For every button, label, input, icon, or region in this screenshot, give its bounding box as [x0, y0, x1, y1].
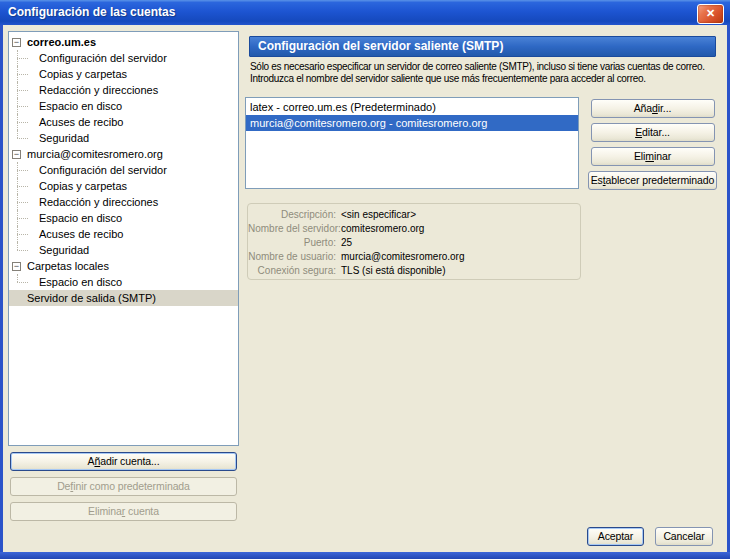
cancel-button[interactable]: Cancelar: [655, 527, 713, 546]
detail-row: Nombre del servidor:comitesromero.org: [248, 222, 580, 236]
window-title: Configuración de las cuentas: [8, 0, 175, 25]
detail-row: Puerto:25: [248, 236, 580, 250]
smtp-details-group: Descripción:<sin especificar>Nombre del …: [247, 203, 581, 280]
tree-item-correo-um-es[interactable]: −correo.um.es: [9, 34, 238, 50]
remove-account-button[interactable]: Eliminar cuenta: [10, 502, 237, 521]
detail-label: Nombre del servidor:: [248, 222, 336, 236]
tree-item-label: murcia@comitesromero.org: [27, 148, 163, 160]
smtp-actions-group: Añadir...Editar...EliminarEstablecer pre…: [588, 99, 717, 195]
tree-item-label: Redacción y direcciones: [39, 196, 158, 208]
detail-value: comitesromero.org: [341, 222, 424, 236]
tree-item-correo-um-es-acuses-de-recibo[interactable]: Acuses de recibo: [9, 114, 238, 130]
tree-item-correo-um-es-redacci-n-y-direcciones[interactable]: Redacción y direcciones: [9, 82, 238, 98]
tree-item-murcia-comitesromero-org-acuses-de-recibo[interactable]: Acuses de recibo: [9, 226, 238, 242]
tree-item-murcia-comitesromero-org-espacio-en-disco[interactable]: Espacio en disco: [9, 210, 238, 226]
tree-item-label: Copias y carpetas: [39, 68, 127, 80]
detail-value: 25: [341, 236, 352, 250]
accept-button[interactable]: Aceptar: [587, 527, 644, 546]
tree-item-label: Acuses de recibo: [39, 116, 123, 128]
detail-row: Nombre de usuario:murcia@comitesromero.o…: [248, 250, 580, 264]
tree-item-label: Servidor de salida (SMTP): [27, 292, 156, 304]
detail-label: Nombre de usuario:: [248, 250, 336, 264]
detail-value: murcia@comitesromero.org: [341, 250, 465, 264]
smtp-server-row[interactable]: latex - correo.um.es (Predeterminado): [246, 99, 578, 115]
smtp-intro-text: Sólo es necesario especificar un servido…: [250, 61, 722, 85]
detail-label: Conexión segura:: [248, 264, 336, 278]
edit-smtp-button[interactable]: Editar...: [591, 123, 715, 142]
set-default-account-button[interactable]: Definir como predeterminada: [10, 477, 237, 496]
window-border-left: [0, 0, 3, 559]
tree-item-murcia-comitesromero-org-redacci-n-y-direcciones[interactable]: Redacción y direcciones: [9, 194, 238, 210]
delete-smtp-button[interactable]: Eliminar: [591, 147, 715, 166]
tree-item-label: Seguridad: [39, 132, 89, 144]
tree-item-label: Copias y carpetas: [39, 180, 127, 192]
smtp-intro-line2: Introduzca el nombre del servidor salien…: [250, 73, 722, 85]
tree-item-label: Espacio en disco: [39, 100, 122, 112]
detail-label: Puerto:: [248, 236, 336, 250]
tree-item-label: Redacción y direcciones: [39, 84, 158, 96]
tree-item-correo-um-es-configuraci-n-del-servidor[interactable]: Configuración del servidor: [9, 50, 238, 66]
tree-item-label: Acuses de recibo: [39, 228, 123, 240]
close-icon[interactable]: ✕: [697, 4, 724, 24]
tree-item-carpetas-locales[interactable]: −Carpetas locales: [9, 258, 238, 274]
tree-item-label: Espacio en disco: [39, 276, 122, 288]
tree-item-label: Seguridad: [39, 244, 89, 256]
smtp-server-row[interactable]: murcia@comitesromero.org - comitesromero…: [246, 115, 578, 131]
tree-item-murcia-comitesromero-org[interactable]: −murcia@comitesromero.org: [9, 146, 238, 162]
tree-item-servidor-de-salida-smtp[interactable]: Servidor de salida (SMTP): [9, 290, 238, 306]
tree-item-label: Configuración del servidor: [39, 52, 167, 64]
add-smtp-button[interactable]: Añadir...: [591, 99, 715, 118]
tree-item-murcia-comitesromero-org-configuraci-n-del-servidor[interactable]: Configuración del servidor: [9, 162, 238, 178]
detail-label: Descripción:: [248, 208, 336, 222]
detail-row: Conexión segura:TLS (si está disponible): [248, 264, 580, 278]
tree-item-murcia-comitesromero-org-copias-y-carpetas[interactable]: Copias y carpetas: [9, 178, 238, 194]
tree-item-correo-um-es-espacio-en-disco[interactable]: Espacio en disco: [9, 98, 238, 114]
tree-expander-minus-icon[interactable]: −: [12, 262, 21, 271]
page-title: Configuración del servidor saliente (SMT…: [249, 36, 716, 57]
detail-value: <sin especificar>: [341, 208, 416, 222]
window-border-bottom: [0, 552, 730, 559]
titlebar[interactable]: Configuración de las cuentas ✕: [0, 0, 730, 25]
tree-item-murcia-comitesromero-org-seguridad[interactable]: Seguridad: [9, 242, 238, 258]
detail-row: Descripción:<sin especificar>: [248, 208, 580, 222]
smtp-server-list[interactable]: latex - correo.um.es (Predeterminado)mur…: [245, 97, 579, 189]
tree-item-label: correo.um.es: [27, 36, 96, 48]
account-settings-dialog: Configuración de las cuentas ✕ −correo.u…: [0, 0, 730, 559]
tree-item-correo-um-es-seguridad[interactable]: Seguridad: [9, 130, 238, 146]
tree-item-correo-um-es-copias-y-carpetas[interactable]: Copias y carpetas: [9, 66, 238, 82]
tree-expander-minus-icon[interactable]: −: [12, 38, 21, 47]
detail-value: TLS (si está disponible): [341, 264, 446, 278]
tree-item-label: Configuración del servidor: [39, 164, 167, 176]
tree-item-label: Espacio en disco: [39, 212, 122, 224]
tree-item-carpetas-locales-espacio-en-disco[interactable]: Espacio en disco: [9, 274, 238, 290]
account-buttons-group: Añadir cuenta...Definir como predetermin…: [10, 452, 237, 527]
set-default-smtp-button[interactable]: Establecer predeterminado: [588, 171, 717, 190]
tree-expander-minus-icon[interactable]: −: [12, 150, 21, 159]
smtp-intro-line1: Sólo es necesario especificar un servido…: [250, 61, 722, 73]
add-account-button[interactable]: Añadir cuenta...: [10, 452, 237, 471]
tree-item-label: Carpetas locales: [27, 260, 109, 272]
accounts-tree[interactable]: −correo.um.esConfiguración del servidorC…: [8, 31, 239, 446]
